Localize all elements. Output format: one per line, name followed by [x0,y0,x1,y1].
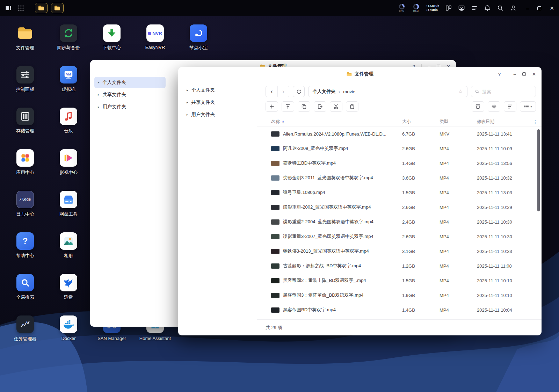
sidebar-item-personal-folder[interactable]: ▸ 个人文件夹 [183,85,252,96]
column-header-type[interactable]: 类型 [440,119,477,125]
column-header-name[interactable]: 名称 ▲ ▼ [271,119,402,125]
desktop-icon-label: 迅雷 [52,294,85,300]
column-options-icon[interactable]: ⋮ [533,119,538,125]
sidebar-item-shared-folder[interactable]: ▸ 共享文件夹 [94,89,166,100]
search-box[interactable] [471,86,536,97]
table-row[interactable]: 谍影重重3-2007_蓝光国英双语中英双字.mp4 2.6GB MP4 2025… [257,229,542,244]
sort-indicator-icon[interactable]: ▲ ▼ [282,120,284,124]
column-header-date[interactable]: 修改日期 [477,119,533,125]
table-row[interactable]: 变形金刚3-2011_蓝光国英双语中英双字.mp4 3.6GB MP4 2025… [257,170,542,185]
window-titlebar[interactable]: 文件管理 ? – ✕ [178,67,542,81]
start-button[interactable] [5,5,12,12]
file-size: 1.5GB [402,278,440,283]
display-icon[interactable] [458,5,465,12]
table-row[interactable]: 弹弓卫星.1080p.mp4 1.5GB MP4 2025-11-11 13:0… [257,185,542,200]
search-icon[interactable] [497,5,504,12]
taskbar-app-file-manager-2[interactable] [51,3,64,13]
table-row[interactable]: 黑客帝国BD中英双字.mp4 1.4GB MP4 2025-11-11 10:0… [257,303,542,317]
maximize-button[interactable] [537,6,541,10]
file-name: 阿凡达-2009_蓝光中英双字.mp4 [283,145,348,152]
table-row[interactable]: 黑客帝国2：重装上阵_BD双语双字_.mp4 1.5GB MP4 2025-11… [257,273,542,288]
table-row[interactable]: Alien.Romulus.2024.V2.1080p.iTunes.WEB-D… [257,126,542,141]
desktop-icon-help-center[interactable]: ? 帮助中心 [8,232,42,259]
upload-button[interactable] [282,101,294,112]
cut-button[interactable] [330,101,342,112]
desktop-icon-label: 帮助中心 [8,253,42,259]
close-button[interactable]: ✕ [550,6,554,11]
desktop-icon-log-center[interactable]: /logs 日志中心 [8,191,42,217]
settings-button[interactable] [488,101,500,112]
new-button[interactable] [266,101,278,112]
copy-button[interactable] [298,101,310,112]
desktop-icon-xunlei[interactable]: 迅雷 [52,274,85,300]
widgets-icon[interactable] [445,5,452,12]
file-name: 谍影重重2-2004_蓝光国英双语中英双字.mp4 [283,219,373,225]
desktop-icon-file-manager[interactable]: 文件管理 [8,24,42,51]
maximize-button[interactable] [522,72,526,76]
paste-button[interactable] [346,101,358,112]
file-thumbnail [271,307,280,313]
desktop-icon-app-center[interactable]: 应用中心 [8,149,42,176]
ram-gauge[interactable]: RAM [412,4,420,12]
breadcrumb[interactable]: 个人文件夹 › movie ☆ [308,86,467,97]
minimize-button[interactable]: – [526,6,529,11]
minimize-button[interactable]: – [514,72,516,77]
forward-button[interactable]: › [277,86,289,97]
taskbar-app-file-manager-1[interactable] [35,3,48,13]
cpu-gauge[interactable]: CPU [398,4,406,12]
desktop-icon-photos[interactable]: 相册 [52,232,85,259]
app-launcher-icon[interactable] [17,5,24,12]
breadcrumb-separator-icon: › [339,89,340,94]
sort-button[interactable] [504,101,516,112]
log-center-icon: /logs [16,191,34,208]
file-manager-window-front[interactable]: 文件管理 ? – ✕ ▸ 个人文件夹 ▸ 共享文件夹 [178,67,542,335]
file-name: Alien.Romulus.2024.V2.1080p.iTunes.WEB-D… [283,131,386,137]
notifications-bell-icon[interactable] [484,5,491,12]
table-row[interactable]: 钢铁侠3-2013_蓝光国英双语中英双字.mp4 3.1GB MP4 2025-… [257,244,542,259]
desktop-icon-docker[interactable]: Docker [52,315,85,341]
table-row[interactable]: 谍影重重-2002_蓝光国英双语中英双字.mp4 2.6GB MP4 2025-… [257,200,542,215]
file-size: 1.2GB [402,263,440,269]
help-button[interactable]: ? [498,72,501,77]
task-list-icon[interactable] [471,5,478,12]
favorite-star-icon[interactable]: ☆ [458,88,463,95]
file-thumbnail [271,234,280,239]
desktop-icon-virtual-machine[interactable]: VM 虚拟机 [52,66,85,93]
desktop-icon-control-panel[interactable]: 控制面板 [8,66,42,93]
table-row[interactable]: 古墓丽影：源起之战_BD中英双字.mp4 1.2GB MP4 2025-11-1… [257,259,542,273]
ram-ring-icon [413,4,419,9]
refresh-button[interactable] [293,86,305,97]
desktop-icon-music[interactable]: 音乐 [52,108,85,134]
column-header-size[interactable]: 大小 [402,119,440,125]
network-speed[interactable]: ↑1.5KB/s ↓874B/s [426,4,440,12]
file-thumbnail [271,131,280,137]
desktop-icon-sync-backup[interactable]: 同步与备份 [52,24,85,51]
move-button[interactable] [314,101,326,112]
desktop-icon-task-manager[interactable]: 任务管理器 [8,315,42,342]
table-row[interactable]: 阿凡达-2009_蓝光中英双字.mp4 2.6GB MP4 2025-11-11… [257,141,542,156]
search-input[interactable] [482,89,532,94]
back-button[interactable]: ‹ [266,86,277,97]
scrollbar[interactable] [537,129,540,211]
table-row[interactable]: 变身特工BD中英双字.mp4 1.4GB MP4 2025-11-11 13:5… [257,156,542,170]
close-button[interactable]: ✕ [532,72,536,77]
desktop-icon-global-search[interactable]: 全局搜索 [8,274,42,300]
archive-button[interactable] [472,101,484,112]
view-mode-button[interactable]: ▾ [520,101,536,112]
sidebar-item-user-folder[interactable]: ▸ 用户文件夹 [183,109,252,120]
sidebar-item-shared-folder[interactable]: ▸ 共享文件夹 [183,97,252,108]
sidebar-item-personal-folder[interactable]: ▸ 个人文件夹 [94,77,166,88]
user-icon[interactable] [510,5,517,12]
table-row[interactable]: 黑客帝国3：矩阵革命_BD双语双字.mp4 1.9GB MP4 2025-11-… [257,288,542,303]
table-row[interactable]: 谍影重重2-2004_蓝光国英双语中英双字.mp4 2.4GB MP4 2025… [257,215,542,229]
desktop-icon-download-center[interactable]: 下载中心 [95,24,129,51]
sidebar-item-user-folder[interactable]: ▸ 用户文件夹 [94,101,166,112]
desktop-icon-easynvr[interactable]: NVR EasyNVR [138,24,172,50]
desktop-icon-netdisk-tool[interactable]: 网盘工具 [52,191,85,217]
desktop-icon-node-treasure[interactable]: 节点小宝 [182,24,215,51]
desktop-icon-storage-manager[interactable]: 存储管理 [8,108,42,134]
sidebar-item-label: 用户文件夹 [103,104,126,110]
breadcrumb-current[interactable]: movie [343,89,355,94]
breadcrumb-root[interactable]: 个人文件夹 [313,88,335,95]
desktop-icon-video-center[interactable]: 影视中心 [52,149,85,176]
